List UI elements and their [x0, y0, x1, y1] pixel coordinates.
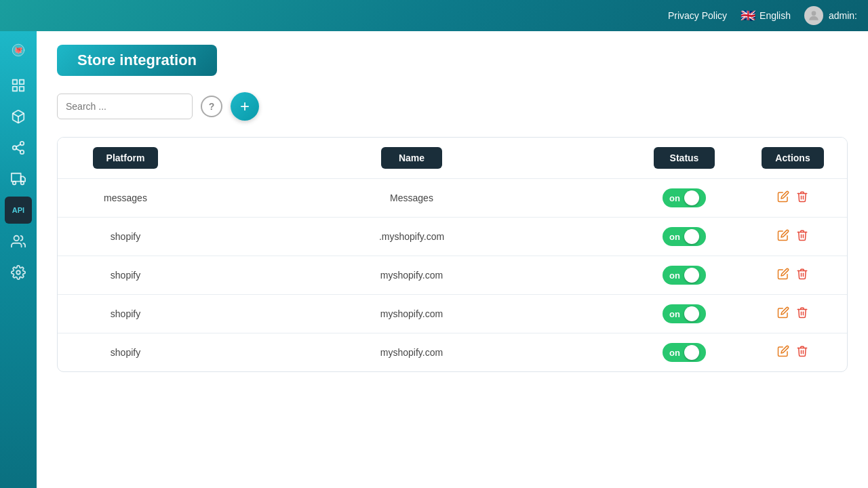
- svg-rect-3: [13, 80, 17, 84]
- toggle-label-2: on: [669, 270, 680, 281]
- edit-icon-1[interactable]: [777, 229, 789, 245]
- table-row: shopify myshopify.com on: [58, 333, 847, 372]
- platform-sort-button[interactable]: Platform: [93, 147, 159, 169]
- toggle-label-0: on: [669, 193, 680, 203]
- toggle-0[interactable]: on: [663, 188, 706, 207]
- toggle-1[interactable]: on: [663, 227, 706, 246]
- help-button[interactable]: ?: [201, 96, 222, 117]
- edit-icon-2[interactable]: [777, 268, 789, 283]
- toggle-3[interactable]: on: [663, 304, 706, 323]
- sidebar-item-settings[interactable]: [5, 259, 32, 286]
- actions-group-0: [752, 190, 833, 206]
- sidebar-item-dashboard[interactable]: [5, 72, 32, 99]
- svg-point-16: [21, 182, 24, 185]
- cell-actions-4: [738, 333, 847, 372]
- cell-platform-0: messages: [58, 179, 193, 218]
- cell-platform-3: shopify: [58, 295, 193, 333]
- name-sort-button[interactable]: Name: [381, 147, 442, 169]
- status-sort-button[interactable]: Status: [654, 147, 715, 169]
- toggle-knob-1: [684, 229, 699, 244]
- delete-icon-1[interactable]: [796, 229, 808, 245]
- svg-rect-4: [20, 80, 24, 84]
- sidebar: 🐙: [0, 31, 37, 488]
- search-input[interactable]: [57, 94, 193, 119]
- top-bar: Privacy Policy 🇬🇧 English admin:: [0, 0, 868, 31]
- toggle-knob-2: [684, 268, 699, 283]
- svg-rect-6: [20, 87, 24, 91]
- edit-icon-4[interactable]: [777, 345, 789, 361]
- actions-group-3: [752, 306, 833, 322]
- col-header-actions: Actions: [738, 138, 847, 179]
- help-icon: ?: [209, 101, 215, 112]
- table-row: shopify .myshopify.com on: [58, 218, 847, 256]
- cell-name-2: myshopify.com: [193, 256, 630, 295]
- flag-icon: 🇬🇧: [741, 8, 755, 23]
- edit-icon-0[interactable]: [777, 190, 789, 206]
- svg-point-18: [16, 270, 20, 274]
- cell-status-4: on: [630, 333, 738, 372]
- page-title-wrapper: Store integration: [57, 45, 217, 76]
- toggle-knob-3: [684, 306, 699, 321]
- table-container: Platform Name Status Actions: [57, 137, 848, 372]
- table-row: shopify myshopify.com on: [58, 295, 847, 333]
- toggle-knob-0: [684, 190, 699, 205]
- cell-platform-1: shopify: [58, 218, 193, 256]
- delete-icon-2[interactable]: [796, 268, 808, 283]
- table-row: shopify myshopify.com on: [58, 256, 847, 295]
- cell-actions-1: [738, 218, 847, 256]
- table-header-row: Platform Name Status Actions: [58, 138, 847, 179]
- avatar: [804, 6, 823, 25]
- svg-rect-13: [12, 174, 21, 182]
- language-label: English: [760, 10, 791, 21]
- cell-actions-0: [738, 179, 847, 218]
- cell-status-1: on: [630, 218, 738, 256]
- cell-status-2: on: [630, 256, 738, 295]
- cell-platform-4: shopify: [58, 333, 193, 372]
- search-row: ? +: [57, 92, 848, 121]
- logo-icon[interactable]: 🐙: [6, 38, 31, 62]
- svg-point-15: [13, 182, 16, 185]
- svg-text:🐙: 🐙: [14, 45, 23, 54]
- actions-group-2: [752, 268, 833, 283]
- cell-actions-3: [738, 295, 847, 333]
- toggle-4[interactable]: on: [663, 343, 706, 362]
- sidebar-item-users[interactable]: [5, 228, 32, 255]
- svg-line-12: [16, 144, 20, 147]
- privacy-policy-link[interactable]: Privacy Policy: [668, 10, 727, 21]
- language-selector[interactable]: 🇬🇧 English: [741, 8, 791, 23]
- sidebar-item-packages[interactable]: [5, 103, 32, 130]
- admin-label: admin:: [829, 10, 857, 21]
- sidebar-item-api[interactable]: API: [5, 197, 32, 224]
- admin-section[interactable]: admin:: [804, 6, 857, 25]
- api-label: API: [12, 206, 24, 214]
- delete-icon-0[interactable]: [796, 190, 808, 206]
- actions-group-4: [752, 345, 833, 361]
- sidebar-item-shipping[interactable]: [5, 165, 32, 192]
- toggle-label-4: on: [669, 348, 680, 358]
- delete-icon-3[interactable]: [796, 306, 808, 322]
- toggle-2[interactable]: on: [663, 266, 706, 285]
- cell-platform-2: shopify: [58, 256, 193, 295]
- cell-name-0: Messages: [193, 179, 630, 218]
- svg-point-17: [14, 236, 19, 241]
- add-icon: +: [240, 98, 250, 115]
- toggle-knob-4: [684, 345, 699, 360]
- cell-status-3: on: [630, 295, 738, 333]
- main-layout: 🐙: [0, 31, 868, 488]
- cell-name-3: myshopify.com: [193, 295, 630, 333]
- svg-point-0: [812, 11, 816, 16]
- actions-group-1: [752, 229, 833, 245]
- svg-line-11: [16, 148, 20, 151]
- col-header-name: Name: [193, 138, 630, 179]
- add-button[interactable]: +: [231, 92, 259, 121]
- sidebar-item-integrations[interactable]: [5, 134, 32, 161]
- col-header-platform: Platform: [58, 138, 193, 179]
- cell-name-4: myshopify.com: [193, 333, 630, 372]
- integrations-table: Platform Name Status Actions: [58, 138, 847, 371]
- cell-status-0: on: [630, 179, 738, 218]
- edit-icon-3[interactable]: [777, 306, 789, 322]
- toggle-label-3: on: [669, 309, 680, 319]
- delete-icon-4[interactable]: [796, 345, 808, 361]
- actions-sort-button[interactable]: Actions: [762, 147, 823, 169]
- cell-actions-2: [738, 256, 847, 295]
